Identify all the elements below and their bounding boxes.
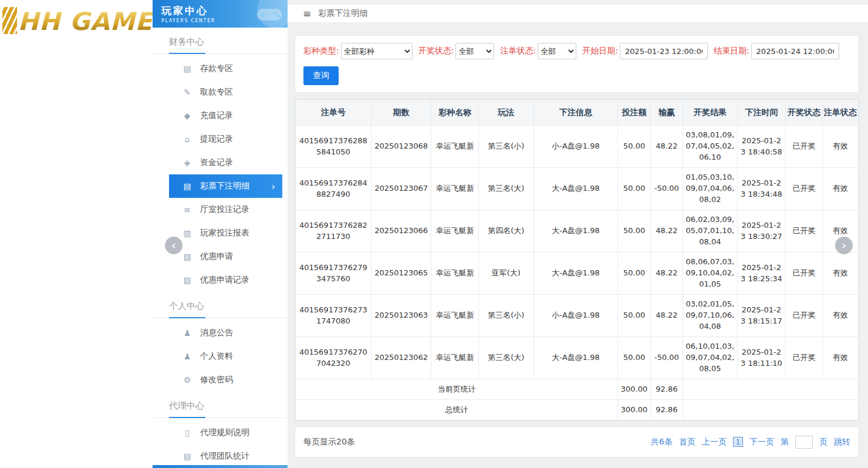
promo-records-icon: ▨ (182, 275, 192, 285)
sidebar-item-deposit-zone[interactable]: ▤存款专区 (169, 57, 282, 80)
table-row: 40156917376270704232020250123062幸运飞艇新第三名… (296, 337, 859, 379)
cell-bet-id: 401569173762885841050 (296, 126, 371, 168)
cell-play-type: 第三名(大) (478, 337, 533, 379)
cell-win-loss: 48.22 (650, 126, 683, 168)
page-title: 彩票下注明细 (318, 8, 367, 19)
cell-bet-status: 有效 (822, 168, 858, 210)
cell-draw-status: 已开奖 (786, 126, 822, 168)
sidebar-item-promo-apply-records[interactable]: ▨优惠申请记录 (169, 268, 282, 292)
jump-label-after: 页 (819, 437, 828, 447)
cell-bet-info: 大-A盘@1.98 (533, 210, 618, 252)
table-row: 40156917376284882749020250123067幸运飞艇新第三名… (296, 168, 859, 210)
cell-draw-status: 已开奖 (786, 168, 822, 210)
sidebar-item-messages[interactable]: ♟消息公告 (169, 321, 282, 345)
summary-empty (683, 400, 859, 420)
sidebar-item-agent-team-stats[interactable]: ▤代理团队统计 (169, 445, 282, 468)
summary-empty (683, 379, 859, 400)
sidebar-item-withdraw-zone[interactable]: ✎取款专区 (169, 80, 282, 104)
col-header-play-type: 玩法 (478, 100, 533, 126)
profile-icon: ♟ (182, 352, 192, 361)
next-page-link[interactable]: 下一页 (749, 437, 774, 447)
logo-icon (2, 7, 17, 34)
cell-lottery-name: 幸运飞艇新 (431, 337, 479, 379)
jump-button[interactable]: 跳转 (834, 437, 850, 447)
draw-status-select[interactable]: 全部 (455, 43, 494, 59)
cell-draw-result: 03,02,01,05,09,07,10,06,04,08 (683, 295, 738, 337)
summary-row: 当前页统计300.0092.86 (296, 379, 859, 400)
cell-lottery-name: 幸运飞艇新 (431, 168, 479, 210)
cell-lottery-name: 幸运飞艇新 (431, 252, 479, 295)
sidebar-item-label: 资金记录 (200, 157, 233, 168)
sidebar-item-label: 代理团队统计 (200, 451, 249, 462)
sidebar-item-profile[interactable]: ♟个人资料 (169, 345, 282, 368)
end-date-label: 结束日期: (714, 46, 749, 56)
summary-label: 当前页统计 (296, 379, 618, 400)
cell-period: 20250123066 (371, 210, 431, 252)
sidebar-bottom-strip (153, 465, 288, 468)
stats-book-icon: ▤ (182, 452, 192, 461)
sidebar-item-label: 代理规则说明 (200, 427, 249, 438)
cell-bet-time: 2025-01-23 18:11:10 (737, 337, 786, 379)
sidebar-item-hall-bet-records[interactable]: ≡厅室投注记录 (169, 198, 282, 221)
first-page-link[interactable]: 首页 (679, 437, 695, 447)
col-header-win-loss: 输赢 (650, 100, 683, 126)
cell-bet-amount: 50.00 (618, 126, 650, 168)
table-row: 40156917376273174708020250123063幸运飞艇新第三名… (296, 295, 859, 337)
cell-win-loss: -50.00 (650, 337, 683, 379)
cell-bet-time: 2025-01-23 18:25:34 (737, 252, 786, 295)
cell-bet-time: 2025-01-23 18:30:27 (737, 210, 786, 252)
sidebar-item-label: 优惠申请 (200, 251, 233, 262)
cell-bet-amount: 50.00 (618, 210, 650, 252)
current-page[interactable]: 1 (733, 437, 743, 447)
sidebar-item-change-password[interactable]: ⚙修改密码 (169, 368, 282, 392)
cell-bet-info: 大-A盘@1.98 (533, 168, 618, 210)
scroll-left-arrow[interactable]: ‹ (165, 237, 183, 254)
cell-period: 20250123063 (371, 295, 431, 337)
cell-draw-result: 03,08,01,09,07,04,05,02,06,10 (683, 126, 738, 168)
sidebar-item-funds-records[interactable]: ◈资金记录 (169, 151, 282, 174)
sidebar-section-title: 代理中心 (153, 392, 288, 418)
search-button[interactable]: 查询 (303, 66, 339, 85)
sidebar-item-recharge-records[interactable]: ◆充值记录 (169, 104, 282, 127)
cell-bet-amount: 50.00 (618, 168, 650, 210)
cell-lottery-name: 幸运飞艇新 (431, 126, 479, 168)
cell-draw-result: 08,06,07,03,09,10,04,02,01,05 (683, 252, 738, 295)
cell-play-type: 第三名(小) (478, 295, 533, 337)
chevron-right-icon: › (272, 181, 275, 192)
menu-toggle-icon[interactable]: ≡ (303, 9, 311, 19)
sidebar-section-title: 财务中心 (153, 28, 288, 54)
cell-bet-time: 2025-01-23 18:34:48 (737, 168, 786, 210)
prev-page-link[interactable]: 上一页 (702, 437, 727, 447)
cell-draw-result: 06,02,03,09,05,07,01,10,08,04 (683, 210, 738, 252)
table-row: 40156917376288584105020250123068幸运飞艇新第三名… (296, 126, 859, 168)
cell-bet-info: 小-A盘@1.98 (533, 295, 618, 337)
sidebar-item-promo-apply[interactable]: ▧优惠申请 (169, 245, 282, 268)
cell-bet-amount: 50.00 (618, 252, 650, 295)
start-date-input[interactable] (620, 43, 708, 59)
sidebar-item-lottery-bet-details[interactable]: ▤彩票下注明细› (169, 174, 282, 198)
sidebar-item-player-bet-report[interactable]: ▥玩家投注报表 (169, 221, 282, 245)
scroll-right-arrow[interactable]: › (835, 237, 853, 254)
cell-win-loss: 48.22 (650, 295, 683, 337)
announcement-icon: ♟ (182, 328, 192, 338)
lottery-type-select[interactable]: 全部彩种 (341, 43, 413, 59)
bet-status-select[interactable]: 全部 (538, 43, 576, 59)
sidebar-item-label: 存款专区 (200, 63, 233, 74)
summary-row: 总统计300.0092.86 (296, 400, 859, 420)
col-header-bet-time: 下注时间 (737, 100, 786, 126)
sidebar-item-withdrawal-records[interactable]: ⌂提现记录 (169, 127, 282, 151)
player-report-icon: ▥ (182, 228, 192, 238)
cell-lottery-name: 幸运飞艇新 (431, 295, 479, 337)
start-date-label: 开始日期: (582, 46, 618, 56)
sidebar-item-agent-rules[interactable]: ▯代理规则说明 (169, 421, 282, 445)
cell-play-type: 第三名(小) (478, 126, 533, 168)
col-header-lottery-name: 彩种名称 (431, 100, 479, 126)
jump-label-before: 第 (781, 437, 789, 447)
logo-area: HH GAME (0, 0, 153, 468)
filter-panel: 彩种类型: 全部彩种 开奖状态: 全部 注单状态: 全部 开始日期: 结束日期: (295, 35, 859, 93)
sidebar-item-label: 提现记录 (200, 134, 233, 144)
sidebar-item-label: 厅室投注记录 (200, 204, 249, 215)
jump-page-input[interactable] (795, 436, 813, 449)
end-date-input[interactable] (751, 43, 839, 59)
cell-draw-status: 已开奖 (786, 210, 822, 252)
